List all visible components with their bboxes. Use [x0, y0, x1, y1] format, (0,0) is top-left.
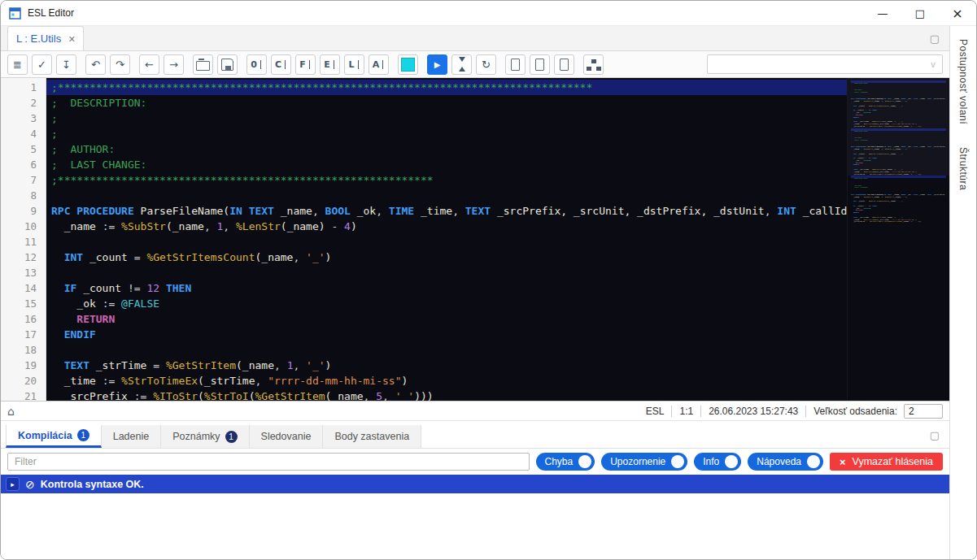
code-line[interactable]: _time := %StrToTimeEx(_strTime, "rrrr-dd…: [46, 373, 847, 389]
code-line[interactable]: IF _count != 12 THEN: [46, 280, 847, 296]
token: %StrToI: [204, 390, 249, 401]
separator: [671, 406, 672, 417]
token: %GetStrItem: [888, 221, 901, 223]
toolbar-group: ≣✓↧: [7, 54, 76, 75]
code-line[interactable]: ;: [46, 126, 847, 141]
token: %StrToI: [879, 221, 888, 223]
syntax-check-icon[interactable]: ✓: [32, 54, 52, 75]
panel-tab-sledovanie[interactable]: Sledovanie: [250, 425, 324, 448]
letter-c-icon[interactable]: C: [271, 54, 291, 75]
letter-l-icon[interactable]: L: [344, 54, 364, 75]
token: TEXT: [465, 205, 497, 217]
toggle-upozornenie[interactable]: Upozornenie: [601, 453, 687, 471]
tabbar-expand-icon[interactable]: ▢: [930, 33, 940, 45]
minimap[interactable]: ;***************************************…: [847, 78, 949, 401]
toggle-chyba[interactable]: Chyba: [536, 453, 595, 471]
save-icon[interactable]: [217, 54, 238, 75]
code-line[interactable]: _name := %SubStr(_name, 1, %LenStr(_name…: [46, 219, 847, 234]
hourglass-icon[interactable]: [451, 54, 472, 75]
panel-tab-kompil-cia[interactable]: Kompilácia1: [6, 425, 102, 448]
letter-0-icon[interactable]: 0: [246, 54, 267, 75]
bookmark-toggle-icon[interactable]: [505, 54, 526, 75]
toggle-n-poveda[interactable]: Nápoveda: [748, 453, 823, 471]
code-line[interactable]: ;***************************************…: [46, 80, 847, 95]
panel-tab-pozn-mky[interactable]: Poznámky1: [161, 425, 249, 448]
undo-icon[interactable]: ↶: [85, 54, 106, 75]
token: ,: [274, 359, 287, 371]
toggle-info[interactable]: Info: [694, 453, 741, 471]
token: ParseFileName(: [141, 205, 230, 217]
navigate-forward-icon[interactable]: →: [164, 54, 184, 75]
minimap-line: _srcPrefix := %IToStr(%StrToI(%GetStrIte…: [851, 221, 946, 224]
panel-expand-icon[interactable]: ▢: [930, 429, 940, 441]
token: RPC PROCEDURE: [851, 194, 867, 196]
highlight-icon[interactable]: [398, 54, 418, 75]
minimize-button[interactable]: —: [864, 1, 901, 25]
code-line[interactable]: TEXT _strTime = %GetStrItem(_name, 1, '_…: [46, 358, 847, 373]
code-editor[interactable]: 123456789101112131415161718192021 ;*****…: [1, 78, 949, 401]
close-button[interactable]: ×: [939, 1, 976, 25]
letter-f-icon[interactable]: F: [295, 54, 316, 75]
rail-tab-call-sequence[interactable]: Postupnosť volaní: [957, 39, 969, 124]
filter-input[interactable]: [7, 453, 530, 471]
token: ;***************************************…: [51, 174, 434, 186]
code-line[interactable]: ; DESCRIPTION:: [46, 95, 847, 111]
token: _time: [421, 205, 452, 217]
navigate-back-icon[interactable]: ←: [139, 54, 159, 75]
token: THEN: [871, 206, 877, 207]
panel-tab-body-zastavenia[interactable]: Body zastavenia: [323, 425, 421, 448]
home-icon[interactable]: ⌂: [7, 405, 15, 418]
code-line[interactable]: [46, 342, 847, 358]
token: _ok: [851, 208, 861, 210]
open-icon[interactable]: [193, 54, 213, 75]
code-line[interactable]: INT _count = %GetStrItemsCount(_name, '_…: [46, 250, 847, 265]
code-line[interactable]: ENDIF: [46, 327, 847, 342]
token: ): [906, 197, 907, 198]
letter-e-icon[interactable]: E: [320, 54, 340, 75]
token: _time: [851, 219, 861, 221]
message-row[interactable]: ▸⊘Kontrola syntaxe OK.: [1, 475, 949, 493]
toggle-label: Chyba: [545, 456, 574, 467]
rail-tab-structure[interactable]: Štruktúra: [957, 147, 969, 190]
code-line[interactable]: [46, 234, 847, 250]
token: INT: [777, 205, 802, 217]
toolbar-groups: ≣✓↧↶↷←→0CFELA▶↻: [7, 54, 604, 75]
tab-e-utils[interactable]: L : E.Utils ×: [7, 26, 84, 50]
toggle-knob: [725, 455, 738, 468]
tab-close-icon[interactable]: ×: [68, 33, 75, 45]
run-icon[interactable]: ▶: [427, 54, 447, 75]
token: (_name: [166, 220, 204, 232]
maximize-button[interactable]: □: [901, 1, 939, 25]
code-line[interactable]: ; LAST CHANGE:: [46, 157, 847, 172]
indent-size-input[interactable]: [904, 404, 943, 419]
token: _count: [83, 282, 128, 294]
token: (_name: [901, 221, 909, 223]
code-line[interactable]: RPC PROCEDURE ParseFileName(IN TEXT _nam…: [46, 203, 847, 219]
repeat-icon[interactable]: ↻: [476, 54, 496, 75]
tab-label: L : E.Utils: [16, 33, 61, 45]
bookmark-prev-icon[interactable]: [554, 54, 574, 75]
code-line[interactable]: RETURN: [46, 311, 847, 327]
clear-messages-button[interactable]: × Vymazať hlásenia: [830, 453, 943, 471]
token: ): [351, 220, 357, 232]
outline-icon[interactable]: ≣: [7, 54, 28, 75]
code-line[interactable]: ; AUTHOR:: [46, 141, 847, 157]
code-line[interactable]: _srcPrefix := %IToStr(%StrToI(%GetStrIte…: [46, 389, 847, 401]
code-area[interactable]: ;***************************************…: [46, 78, 847, 401]
code-line[interactable]: ;: [46, 111, 847, 126]
letter-a-icon[interactable]: A: [369, 54, 389, 75]
token: ,: [376, 205, 389, 217]
redo-icon[interactable]: ↷: [110, 54, 130, 75]
code-line[interactable]: [46, 188, 847, 203]
bookmark-next-icon[interactable]: [530, 54, 550, 75]
toolbar-combobox[interactable]: ∨: [707, 54, 943, 74]
minimap-viewport[interactable]: [848, 78, 949, 176]
panel-tab-ladenie[interactable]: Ladenie: [102, 425, 162, 448]
toolbar-group: [505, 54, 574, 75]
save-to-server-icon[interactable]: ↧: [56, 54, 76, 75]
code-line[interactable]: [46, 265, 847, 280]
call-graph-icon[interactable]: [583, 54, 604, 75]
code-line[interactable]: _ok := @FALSE: [46, 296, 847, 311]
token: (_name: [325, 390, 364, 401]
code-line[interactable]: ;***************************************…: [46, 172, 847, 188]
